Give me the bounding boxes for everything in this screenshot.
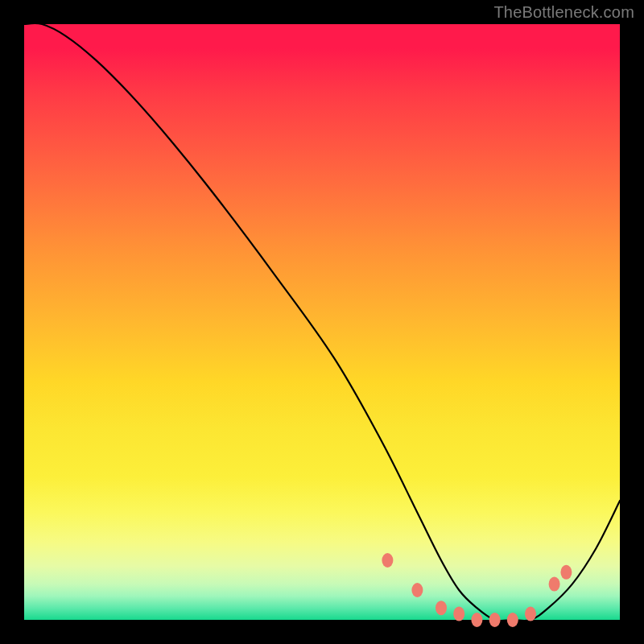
highlight-dot [489,613,501,627]
highlight-dot [507,613,518,627]
attribution-text: TheBottleneck.com [493,3,634,22]
highlight-dot [560,565,572,580]
bottleneck-curve-line [24,23,620,621]
highlight-dot [471,613,482,627]
highlight-dot [436,601,447,615]
highlight-dot [525,607,536,621]
highlight-dot [411,583,423,597]
chart-svg [24,24,620,620]
highlight-dot [453,607,464,621]
highlight-dot [382,553,393,568]
highlight-dot [549,577,560,592]
plot-area [24,24,620,620]
highlight-dot-group [382,553,572,627]
